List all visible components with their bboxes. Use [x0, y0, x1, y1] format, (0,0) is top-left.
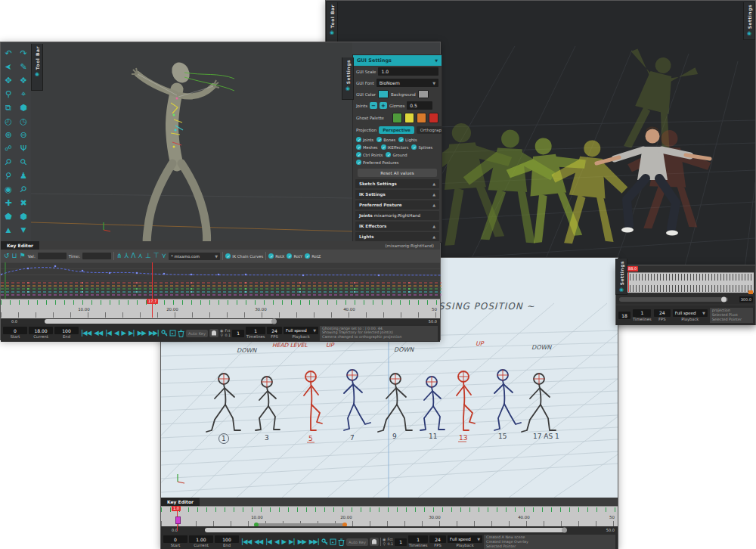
time-field[interactable]	[82, 253, 111, 259]
scroll-track[interactable]	[205, 528, 566, 532]
auto-key-button[interactable]: Auto Key	[186, 330, 208, 337]
toggle-bones[interactable]: Bones	[376, 137, 395, 142]
reset-all-values-button[interactable]: Reset All values	[358, 169, 437, 177]
step-back-button[interactable]: |◀	[265, 538, 272, 545]
scroll-handle[interactable]	[721, 296, 727, 302]
val-field[interactable]	[38, 253, 67, 259]
frame-field[interactable]: 18	[618, 312, 631, 319]
hex-up-icon[interactable]: ▲	[2, 224, 15, 236]
section-joints-selected[interactable]: Joints mixamorig:RightHand	[355, 211, 439, 220]
play-button[interactable]: ▶	[120, 330, 126, 337]
joints-decrease-button[interactable]: −	[370, 102, 377, 109]
skip-end-button[interactable]: ▶▶|	[308, 538, 320, 545]
gui-scale-field[interactable]: 1.0	[378, 67, 438, 76]
joints-increase-button[interactable]: +	[380, 102, 387, 109]
key-icon[interactable]	[161, 330, 168, 337]
timelines-field[interactable]: 1	[246, 327, 265, 334]
show-curves-icon[interactable]: ⊔	[12, 253, 17, 259]
skip-start-button[interactable]: |◀◀	[240, 538, 252, 545]
tab-settings-win2[interactable]: Settings ◉	[743, 2, 755, 40]
hex-add-icon[interactable]: ✚	[2, 197, 15, 209]
hexagon-icon[interactable]: ⬢	[17, 210, 30, 222]
step-forward-button[interactable]: ▶|	[128, 330, 135, 337]
playhead-line[interactable]	[628, 272, 629, 292]
timeline-scrollbar-win2[interactable]: 300.0	[616, 294, 755, 304]
timeline-ruler-win3[interactable]: 10.00 20.00 30.00 40.00 50	[161, 506, 618, 527]
pin4-icon[interactable]: ⚲	[14, 180, 33, 198]
remove-icon[interactable]: ⊖	[17, 129, 30, 141]
fps-field[interactable]: 24	[429, 535, 446, 543]
play-reverse-button[interactable]: ◀	[274, 538, 280, 545]
transform-icon[interactable]: ❖	[17, 74, 30, 86]
trash-icon[interactable]	[178, 330, 184, 337]
pose-icon-3[interactable]: Λ	[131, 253, 135, 259]
magnifier-icon[interactable]: ⚲	[220, 333, 223, 337]
pin3-icon[interactable]: ⚲	[0, 167, 17, 183]
toggle-ikeffectors[interactable]: IKEffectors	[381, 144, 409, 150]
ghost-button[interactable]	[370, 538, 379, 546]
ghost-color-orange[interactable]	[417, 113, 426, 123]
redo-icon[interactable]: ↷	[17, 47, 30, 59]
key-editor-tab[interactable]: Key Editor	[1, 241, 39, 250]
pose-icon-2[interactable]: ⅄	[125, 253, 129, 259]
chain-icon[interactable]: ☍	[2, 142, 15, 154]
cube-icon[interactable]: ⬢	[17, 101, 30, 113]
zoom-icon[interactable]: ⚲	[2, 88, 15, 100]
fast-forward-button[interactable]: ▶▶	[137, 330, 147, 337]
toggle-rotx[interactable]: RotX	[268, 253, 284, 259]
scroll-track[interactable]	[45, 319, 275, 324]
ring-icon[interactable]: ◉	[2, 183, 15, 195]
key-icon[interactable]	[321, 538, 328, 545]
pin-icon[interactable]: ◉	[747, 31, 751, 36]
toggle-splines[interactable]: Splines	[411, 144, 432, 150]
orbit-icon[interactable]: ⌖	[17, 88, 30, 100]
pose-icon-7[interactable]: ⋎	[162, 253, 167, 259]
section-ik-effectors[interactable]: IK Effectors▲	[355, 222, 439, 231]
tab-settings-win2-panel[interactable]: Settings ◉	[615, 259, 627, 295]
hex-close-icon[interactable]: ✖	[17, 197, 30, 209]
fast-rewind-button[interactable]: ◀◀	[253, 538, 263, 545]
play-reverse-button[interactable]: ◀	[113, 330, 119, 337]
section-lights[interactable]: Lights▲	[355, 232, 439, 241]
marker-icon[interactable]: ⚑	[20, 253, 26, 259]
undo-icon[interactable]: ↶	[2, 47, 15, 59]
section-preferred-posture[interactable]: Preferred Posture▲	[355, 200, 439, 209]
perspective-button[interactable]: Perspective	[379, 126, 414, 134]
magnifier-icon[interactable]: ⚲	[383, 542, 386, 546]
current-field[interactable]: 1.00	[189, 535, 213, 543]
playback-dropdown[interactable]: Full speed▼	[448, 535, 482, 543]
snap-icons[interactable]: ◉⚲	[220, 329, 223, 337]
tab-settings-win1[interactable]: Settings ◉	[342, 57, 354, 100]
select-icon[interactable]: ➤	[2, 60, 15, 73]
end-field[interactable]: 100	[54, 327, 79, 334]
pose-icon-4[interactable]: ⋏	[138, 253, 143, 259]
toggle-meshes[interactable]: Meshes	[356, 144, 378, 150]
key-editor-tab[interactable]: Key Editor	[161, 498, 200, 506]
tab-tool-bar-win1[interactable]: Tool Bar ◉	[31, 44, 43, 91]
keyframe-marker[interactable]	[175, 516, 181, 524]
export-image-icon[interactable]	[169, 330, 176, 337]
fct-field[interactable]: 1	[232, 330, 244, 337]
pin-icon[interactable]: ◉	[330, 30, 334, 36]
frames-icon[interactable]: ⧉	[2, 101, 15, 113]
add-icon[interactable]: ⊕	[2, 129, 15, 141]
pose-icon-6[interactable]: ⊤	[153, 253, 160, 259]
play-button[interactable]: ▶	[280, 538, 287, 545]
fps-field[interactable]: 24	[654, 309, 671, 317]
brush-icon[interactable]: ✎	[17, 60, 30, 73]
ghost-color-red[interactable]	[429, 113, 438, 123]
pin2-icon[interactable]: ⚲	[14, 153, 33, 171]
toggle-joints[interactable]: Joints	[356, 137, 373, 142]
toggle-rotz[interactable]: RotZ	[305, 253, 321, 259]
step-forward-button[interactable]: ▶|	[288, 538, 296, 545]
character-icon[interactable]: ♟	[17, 169, 30, 181]
timeline-ruler-win1[interactable]: 10.00 20.00 30.00 40.00 50	[1, 299, 440, 318]
skip-end-button[interactable]: ▶▶|	[148, 330, 160, 337]
ghost-button[interactable]	[209, 329, 218, 337]
step-back-button[interactable]: |◀	[104, 330, 112, 337]
undo-icon[interactable]: ↺	[4, 253, 10, 259]
end-field[interactable]: 100	[215, 535, 239, 543]
rotate-right-icon[interactable]: ◷	[17, 115, 30, 127]
export-image-icon[interactable]	[330, 538, 336, 545]
move-icon[interactable]: ✥	[2, 74, 15, 86]
